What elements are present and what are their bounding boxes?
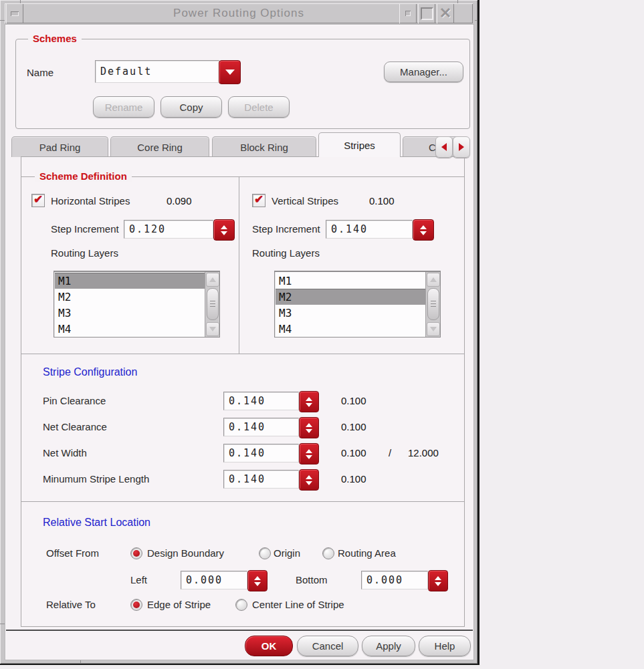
radio-dot-icon (133, 550, 140, 557)
list-item[interactable]: M2 (55, 289, 205, 305)
net-width-spinner[interactable] (299, 443, 319, 464)
close-button[interactable]: ✕ (437, 3, 454, 23)
tab-pad-ring[interactable]: Pad Ring (11, 136, 108, 157)
check-icon: ✔ (254, 194, 263, 205)
spin-up-icon (306, 423, 312, 427)
net-width-slash: / (389, 447, 391, 458)
h-routing-layers-list[interactable]: M1 M2 M3 M4 (53, 271, 220, 338)
scroll-up-button[interactable] (427, 273, 440, 287)
scroll-up-button[interactable] (206, 273, 219, 287)
net-clearance-info: 0.100 (341, 421, 366, 432)
list-item[interactable]: M1 (55, 273, 205, 289)
v-step-increment-field[interactable]: 0.140 (326, 220, 413, 239)
manager-button[interactable]: Manager... (384, 61, 463, 82)
frame-tick (0, 20, 5, 21)
h-step-increment-spinner[interactable] (213, 219, 235, 241)
relative-edge-of-stripe-radio[interactable] (130, 599, 142, 611)
check-icon: ✔ (33, 194, 43, 205)
list-item[interactable]: M2 (276, 289, 425, 305)
spin-down-icon (254, 582, 261, 586)
tab-stripes[interactable]: Stripes (318, 132, 401, 157)
maximize-button[interactable] (418, 3, 435, 23)
relative-center-line-label: Center Line of Stripe (252, 599, 344, 610)
help-button[interactable]: Help (419, 636, 471, 656)
left-field[interactable]: 0.000 (181, 571, 247, 589)
apply-button[interactable]: Apply (362, 636, 415, 656)
close-icon: ✕ (439, 6, 451, 21)
v-step-increment-spinner[interactable] (413, 219, 434, 241)
vertical-stripes-checkbox[interactable]: ✔ (252, 194, 265, 207)
relative-center-line-radio[interactable] (235, 599, 247, 611)
h-step-increment-label: Step Increment (51, 223, 119, 235)
tab-block-ring[interactable]: Block Ring (212, 136, 316, 157)
minimize-icon (405, 11, 411, 16)
tab-core-ring[interactable]: Core Ring (110, 136, 209, 157)
scroll-down-icon (209, 327, 216, 331)
rename-button[interactable]: Rename (93, 96, 154, 118)
tab-scroll-right-button[interactable] (453, 136, 470, 158)
v-routing-layers-list[interactable]: M1 M2 M3 M4 (274, 271, 441, 338)
offset-routing-area-radio[interactable] (322, 547, 334, 559)
minimum-stripe-length-label: Minumum Stripe Length (43, 473, 149, 485)
net-clearance-spinner[interactable] (299, 417, 319, 438)
minimize-button[interactable] (399, 3, 417, 23)
copy-button[interactable]: Copy (160, 96, 222, 118)
delete-button[interactable]: Delete (228, 96, 290, 118)
scheme-definition-legend: Scheme Definition (35, 170, 132, 182)
list-item[interactable]: M3 (55, 305, 205, 321)
title-bar[interactable]: Power Routing Options ✕ (5, 3, 473, 23)
net-width-info: 0.100 (341, 447, 366, 458)
scrollbar[interactable] (425, 272, 440, 337)
list-item[interactable]: M3 (276, 305, 425, 321)
ok-button[interactable]: OK (245, 636, 293, 656)
stripe-configuration-title: Stripe Configuration (43, 366, 137, 378)
frame-tick (0, 624, 5, 624)
scheme-name-combobox[interactable]: Default (95, 60, 219, 83)
scroll-down-icon (430, 327, 437, 331)
bottom-spinner[interactable] (428, 570, 448, 591)
left-spinner[interactable] (247, 570, 267, 591)
list-item[interactable]: M4 (55, 321, 205, 337)
scrollbar[interactable] (205, 272, 219, 337)
minimum-stripe-length-field[interactable]: 0.140 (223, 470, 299, 489)
maximize-icon (421, 7, 433, 20)
spin-down-icon (420, 231, 427, 235)
spin-up-icon (306, 449, 312, 453)
list-item[interactable]: M4 (276, 321, 425, 337)
pin-clearance-spinner[interactable] (299, 391, 319, 412)
spin-up-icon (306, 397, 312, 401)
spin-down-icon (306, 403, 312, 407)
net-width-field[interactable]: 0.140 (223, 444, 299, 462)
pin-clearance-label: Pin Clearance (43, 395, 106, 406)
offset-design-boundary-radio[interactable] (130, 547, 142, 559)
bottom-field[interactable]: 0.000 (361, 571, 428, 589)
chevron-right-icon (459, 143, 464, 151)
scheme-name-dropdown-button[interactable] (219, 60, 241, 84)
chevron-left-icon (441, 143, 447, 151)
horizontal-stripes-checkbox[interactable]: ✔ (31, 194, 45, 207)
cancel-button[interactable]: Cancel (297, 636, 358, 656)
scrollbar-thumb[interactable] (207, 288, 219, 320)
pin-clearance-field[interactable]: 0.140 (223, 392, 299, 410)
net-clearance-field[interactable]: 0.140 (223, 418, 299, 436)
offset-origin-radio[interactable] (259, 547, 271, 559)
window-menu-button[interactable] (6, 3, 23, 23)
minimum-stripe-length-spinner[interactable] (299, 469, 319, 491)
list-item[interactable]: M1 (276, 273, 425, 289)
tab-scroll-left-button[interactable] (435, 136, 453, 158)
scrollbar-thumb[interactable] (427, 288, 439, 320)
relative-edge-of-stripe-label: Edge of Stripe (147, 599, 211, 610)
stripes-tab-panel: Scheme Definition ✔ Horizontal Stripes 0… (21, 156, 465, 627)
scroll-down-button[interactable] (427, 322, 440, 336)
window-title: Power Routing Options (78, 7, 399, 20)
relative-start-location-title: Relative Start Location (43, 517, 150, 529)
scroll-up-icon (209, 277, 216, 282)
v-step-increment-label: Step Increment (252, 223, 320, 235)
spin-up-icon (254, 576, 261, 580)
h-step-increment-field[interactable]: 0.120 (124, 220, 213, 239)
net-width-label: Net Width (43, 447, 87, 458)
offset-from-label: Offset From (46, 547, 99, 559)
chevron-down-icon (225, 70, 235, 75)
scroll-down-button[interactable] (206, 322, 219, 336)
relative-to-label: Relative To (46, 599, 96, 610)
